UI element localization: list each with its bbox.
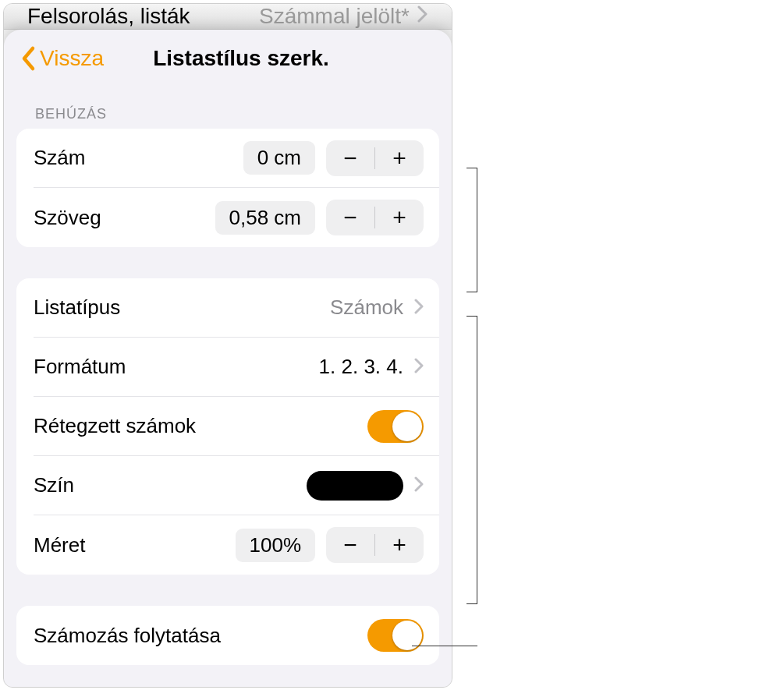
breadcrumb-category[interactable]: Felsorolás, listák xyxy=(27,4,259,29)
row-size: Méret 100% − + xyxy=(34,515,439,575)
row-label: Formátum xyxy=(34,355,319,379)
row-label: Szám xyxy=(34,146,243,170)
text-indent-decrement[interactable]: − xyxy=(326,200,374,235)
format-value: 1. 2. 3. 4. xyxy=(319,355,403,379)
size-value[interactable]: 100% xyxy=(236,529,316,562)
row-format[interactable]: Formátum 1. 2. 3. 4. xyxy=(34,338,439,397)
color-swatch xyxy=(307,471,403,501)
chevron-right-icon xyxy=(414,295,424,320)
callout-bracket-format xyxy=(466,316,477,604)
breadcrumb-current-text: Számmal jelölt* xyxy=(259,4,410,29)
callout-bracket-indent xyxy=(466,168,477,292)
format-card: Listatípus Számok Formátum 1. 2. 3. 4. xyxy=(16,278,439,575)
breadcrumb-current[interactable]: Számmal jelölt* xyxy=(259,4,428,29)
chevron-right-icon xyxy=(414,473,424,497)
row-label: Listatípus xyxy=(34,295,330,320)
callout-line-continue xyxy=(412,646,477,646)
row-label: Számozás folytatása xyxy=(34,624,367,648)
row-label: Szín xyxy=(34,473,307,497)
row-tiered-numbers: Rétegzett számok xyxy=(34,397,439,456)
row-number-indent: Szám 0 cm − + xyxy=(34,129,439,188)
row-continue-numbering: Számozás folytatása xyxy=(34,606,439,665)
row-text-indent: Szöveg 0,58 cm − + xyxy=(34,188,439,247)
chevron-right-icon xyxy=(417,5,428,27)
continue-numbering-toggle[interactable] xyxy=(367,619,424,652)
row-label: Szöveg xyxy=(34,206,215,230)
row-list-type[interactable]: Listatípus Számok xyxy=(34,278,439,338)
panel-content: BEHÚZÁS Szám 0 cm − + Szöveg 0,58 cm xyxy=(4,81,452,688)
chevron-right-icon xyxy=(414,355,424,379)
indent-card: Szám 0 cm − + Szöveg 0,58 cm − xyxy=(16,129,439,247)
section-header-indent: BEHÚZÁS xyxy=(16,89,439,129)
text-indent-value[interactable]: 0,58 cm xyxy=(215,201,316,235)
row-color[interactable]: Szín xyxy=(34,456,439,515)
edit-list-style-panel: Vissza Listastílus szerk. BEHÚZÁS Szám 0… xyxy=(4,30,452,688)
tiered-numbers-toggle[interactable] xyxy=(367,410,424,443)
number-indent-value[interactable]: 0 cm xyxy=(243,141,315,175)
number-indent-increment[interactable]: + xyxy=(375,140,424,176)
settings-popover: Felsorolás, listák Számmal jelölt* Vissz… xyxy=(3,3,452,688)
number-indent-stepper: − + xyxy=(326,140,424,176)
row-label: Rétegzett számok xyxy=(34,414,367,438)
number-indent-decrement[interactable]: − xyxy=(326,140,374,176)
breadcrumb-bar: Felsorolás, listák Számmal jelölt* xyxy=(4,4,452,30)
panel-navbar: Vissza Listastílus szerk. xyxy=(4,30,452,81)
text-indent-increment[interactable]: + xyxy=(375,200,424,235)
size-stepper: − + xyxy=(326,527,424,563)
chevron-left-icon xyxy=(20,45,38,72)
panel-title: Listastílus szerk. xyxy=(49,46,433,71)
row-label: Méret xyxy=(34,533,236,557)
list-type-value: Számok xyxy=(330,295,403,320)
text-indent-stepper: − + xyxy=(326,200,424,235)
continue-card: Számozás folytatása xyxy=(16,606,439,665)
size-increment[interactable]: + xyxy=(375,527,424,563)
size-decrement[interactable]: − xyxy=(326,527,374,563)
